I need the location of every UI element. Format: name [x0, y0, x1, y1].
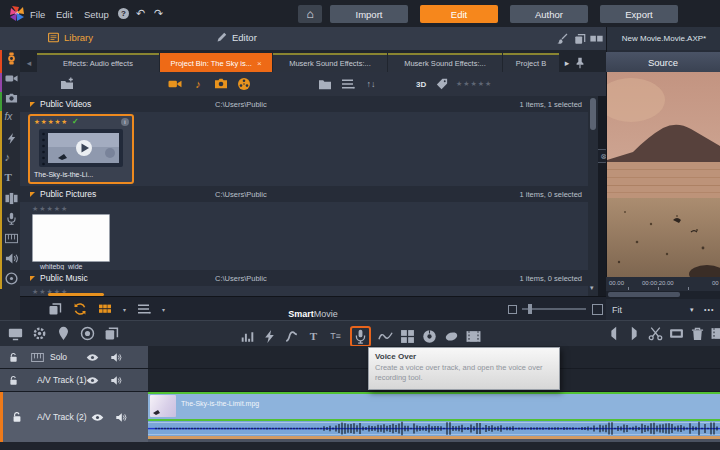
mute-icon[interactable] [115, 412, 127, 423]
lock-icon[interactable] [11, 411, 23, 423]
audio-mixer-icon[interactable] [240, 329, 255, 344]
transitions-icon[interactable] [5, 132, 18, 145]
brush-icon[interactable] [556, 33, 568, 45]
dual-view-icon[interactable] [590, 34, 603, 44]
section-header-public-music[interactable]: Public Music C:\Users\Public 1 items, 0 … [20, 270, 588, 286]
customize-toolbar-icon[interactable] [8, 326, 23, 341]
author-button[interactable]: Author [510, 5, 588, 23]
view-options-icon[interactable] [341, 77, 355, 91]
section-header-public-videos[interactable]: Public Videos C:\Users\Public 1 items, 1… [20, 96, 588, 112]
source-header[interactable]: Source [606, 52, 720, 72]
library-tab-0[interactable]: Effects: Audio effects [37, 53, 159, 72]
visibility-icon[interactable] [91, 413, 104, 422]
library-tab-4[interactable]: Project B [503, 53, 559, 72]
edit-button[interactable]: Edit [420, 5, 498, 23]
wave-tool-icon[interactable] [378, 329, 393, 344]
videos-icon[interactable] [5, 72, 18, 85]
info-icon[interactable]: i [121, 118, 129, 126]
filter-photos-icon[interactable] [214, 77, 228, 91]
picture-thumbnail[interactable] [32, 214, 110, 262]
track-header-av1[interactable]: A/V Track (1) [0, 369, 148, 391]
effects-icon[interactable]: fx [5, 112, 18, 125]
export-button[interactable]: Export [600, 5, 678, 23]
item-rating[interactable]: ★★★★★ [34, 118, 68, 126]
more-tools-icon[interactable] [711, 326, 720, 341]
library-scrollbar-thumb[interactable] [590, 98, 596, 130]
rating-filter[interactable]: ★★★★★ [456, 80, 492, 88]
sort-icon[interactable]: ↑↓ [364, 77, 378, 91]
undo-icon[interactable]: ↶ [136, 7, 145, 20]
3d-filter-button[interactable]: 3D [416, 80, 426, 89]
timeline-settings-icon[interactable] [32, 326, 47, 341]
home-button[interactable]: ⌂ [298, 5, 322, 23]
photos-icon[interactable] [5, 92, 18, 105]
redo-icon[interactable]: ↷ [154, 7, 163, 20]
filter-audio-icon[interactable]: ♪ [191, 77, 205, 91]
scroll-down-icon[interactable]: ▾ [590, 284, 594, 292]
sound-effects-icon[interactable] [5, 212, 18, 225]
storyboard-icon[interactable] [466, 329, 481, 344]
collapse-icon[interactable] [30, 192, 35, 197]
delete-clip-icon[interactable] [690, 326, 705, 341]
close-tab-icon[interactable]: × [257, 59, 262, 68]
lock-icon[interactable] [8, 352, 19, 363]
visibility-icon[interactable] [86, 376, 99, 385]
montage-icon[interactable] [5, 192, 18, 205]
pin-tab-icon[interactable] [574, 57, 586, 69]
zoom-slider-thumb[interactable] [528, 304, 532, 314]
disc-menu-icon[interactable] [422, 329, 437, 344]
library-tab-3[interactable]: Muserk Sound Effects:... [388, 53, 502, 72]
zoom-out-button[interactable] [508, 305, 517, 314]
lock-icon[interactable] [8, 375, 19, 386]
fit-dropdown[interactable]: Fit [612, 305, 622, 315]
tab-library[interactable]: Library [48, 32, 93, 43]
track-header-solo[interactable]: Solo [0, 346, 148, 368]
mute-icon[interactable] [110, 352, 122, 363]
project-bin-icon[interactable] [5, 52, 18, 65]
markers-icon[interactable] [56, 326, 71, 341]
pan-zoom-icon[interactable] [284, 329, 299, 344]
subtitles-icon[interactable]: T≡ [328, 329, 343, 344]
snapshot-icon[interactable] [669, 326, 684, 341]
item-rating[interactable]: ★★★★★ [32, 205, 68, 213]
trim-in-icon[interactable] [606, 326, 621, 341]
add-folder-icon[interactable] [60, 77, 74, 91]
voice-over-icon[interactable] [5, 252, 18, 265]
fit-dropdown-icon[interactable]: ▾ [690, 306, 694, 314]
collapse-icon[interactable] [30, 276, 35, 281]
trim-out-icon[interactable] [627, 326, 642, 341]
effects-icon[interactable] [262, 329, 277, 344]
voice-over-icon[interactable] [353, 329, 368, 344]
timeline-clip[interactable]: The-Sky-is-the-Limit.mpg [148, 392, 720, 439]
disc-menus-icon[interactable] [5, 272, 18, 285]
menu-setup[interactable]: Setup [84, 9, 109, 20]
zoom-in-button[interactable] [592, 304, 603, 315]
next-tabs-icon[interactable]: ▸ [562, 58, 572, 68]
smartmovie-button[interactable]: SmartMovie [20, 303, 606, 321]
record-icon[interactable] [80, 326, 95, 341]
mute-icon[interactable] [110, 375, 122, 386]
visibility-icon[interactable] [86, 353, 99, 362]
prev-tabs-icon[interactable]: ◂ [24, 58, 34, 68]
video-thumbnail-card[interactable]: ★★★★★ ✓ i The-Sky-is-the-Li... [28, 114, 134, 184]
menu-file[interactable]: File [30, 9, 45, 20]
menu-edit[interactable]: Edit [56, 9, 72, 20]
project-title-tab[interactable]: New Movie.Movie.AXP* [606, 27, 720, 51]
voice-over-highlight[interactable] [350, 326, 371, 347]
library-tab-1[interactable]: Project Bin: The Sky is...× [160, 53, 272, 72]
copy-clipboard-icon[interactable] [104, 326, 119, 341]
source-preview[interactable] [607, 72, 720, 277]
library-tab-2[interactable]: Muserk Sound Effects:... [273, 53, 387, 72]
tag-filter-icon[interactable] [436, 78, 448, 90]
tab-editor[interactable]: Editor [216, 32, 257, 43]
section-header-public-pictures[interactable]: Public Pictures C:\Users\Public 1 items,… [20, 186, 588, 202]
collapse-icon[interactable] [30, 102, 35, 107]
more-controls[interactable]: ••• [704, 306, 714, 313]
filter-videos-icon[interactable] [168, 77, 182, 91]
eraser-tool-icon[interactable] [444, 329, 459, 344]
browse-folder-icon[interactable] [318, 77, 332, 91]
source-scrollbar-thumb[interactable] [608, 292, 680, 297]
music-icon[interactable]: ♪ [5, 152, 18, 165]
import-button[interactable]: Import [330, 5, 408, 23]
titles-icon[interactable]: T [5, 172, 18, 185]
